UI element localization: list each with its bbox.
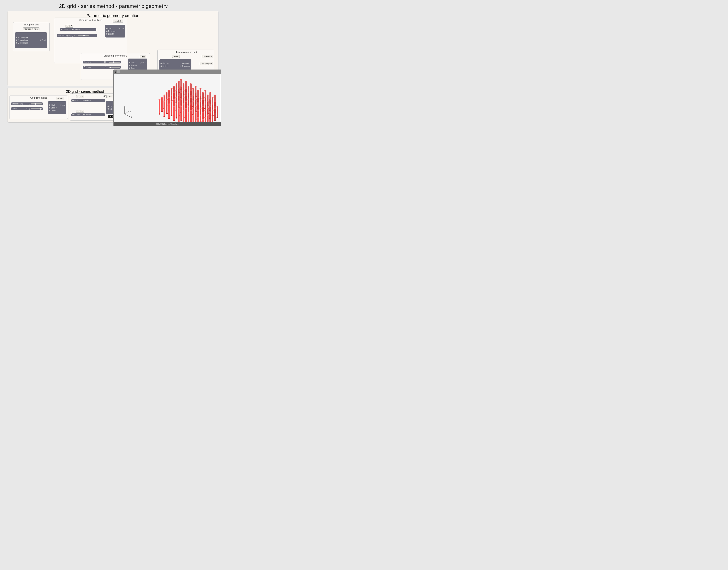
svg-point-50 [175, 83, 177, 84]
count-bar[interactable] [31, 108, 42, 109]
svg-point-2 [180, 79, 182, 80]
count-handle[interactable] [40, 108, 41, 109]
col-height-port [74, 35, 75, 36]
column-height-slider[interactable]: Column height [m] 4 [57, 34, 97, 37]
viewport-status: (600x300) Format32bppArgb [114, 122, 221, 126]
svg-point-11 [195, 86, 196, 87]
line-node[interactable]: Start ↗ Line Direction Length [105, 25, 125, 37]
svg-point-264 [168, 118, 170, 119]
viewport-c-label: c [115, 71, 116, 73]
factor-unit-vector-node-1[interactable]: Factor ↗ Unit vector [60, 28, 96, 31]
step-size-bar[interactable] [31, 103, 42, 104]
svg-text:x: x [131, 116, 132, 118]
svg-point-251 [200, 114, 201, 115]
svg-point-32 [187, 86, 189, 87]
svg-rect-133 [214, 108, 216, 120]
svg-point-197 [163, 94, 165, 96]
svg-text:z: z [125, 106, 126, 109]
svg-point-95 [202, 99, 204, 100]
radius-slider[interactable]: Radius [m] 0.5 ◇ [83, 61, 121, 63]
svg-point-140 [173, 92, 175, 93]
svg-point-83 [183, 90, 184, 91]
svg-point-29 [183, 83, 184, 84]
svg-point-281 [197, 117, 199, 118]
svg-point-224 [207, 114, 209, 115]
svg-point-104 [216, 106, 218, 107]
factor-unit-vector-x[interactable]: Factor ✕ Unit vector [71, 99, 105, 102]
svg-point-41 [202, 92, 204, 93]
svg-rect-235 [176, 104, 177, 118]
factor-unit-vector-y[interactable]: Factor ↑ Unit vector [71, 113, 105, 116]
svg-point-260 [163, 101, 165, 102]
svg-point-20 [209, 92, 211, 93]
z-coord-label: Z coordinate [18, 42, 28, 44]
series-node[interactable]: Start Series Step ≡ Count [48, 101, 66, 114]
point-node[interactable]: X coordinate Y coordinate ✦ Point Z coor… [15, 32, 47, 48]
unit-vector-x-text: Unit vector [82, 99, 91, 101]
svg-point-14 [200, 88, 201, 89]
radius-bar[interactable] [109, 62, 120, 63]
svg-point-35 [192, 88, 194, 89]
viewport-btn-1[interactable] [117, 70, 120, 73]
unit-vector-y-text: Unit vector [82, 114, 91, 116]
svg-point-122 [195, 99, 196, 100]
svg-point-221 [202, 112, 204, 113]
vertical-lines-title: Creating vertical lines [79, 19, 102, 21]
column-height-handle[interactable] [83, 35, 85, 36]
main-title: 2D grid - series method - parametric geo… [0, 0, 227, 11]
length-port [106, 33, 107, 35]
svg-point-105 [216, 117, 218, 118]
list-a-in-port [107, 105, 109, 107]
3d-visualization: z y x [114, 74, 221, 122]
svg-point-182 [190, 103, 192, 104]
svg-point-158 [202, 106, 204, 107]
svg-point-170 [170, 94, 172, 96]
svg-point-149 [187, 99, 189, 100]
move-node[interactable]: Geometry Geometry Motion 🖊 Transform [159, 59, 191, 70]
svg-point-155 [197, 103, 199, 104]
svg-point-185 [195, 106, 196, 107]
unit-y-label: Unit Y [76, 110, 84, 113]
curve-label: Curve [131, 62, 136, 64]
line-sdl-label: Line SDL [113, 20, 123, 22]
column-height-value: 4 [76, 35, 77, 37]
cap-style-handle[interactable] [110, 67, 111, 68]
svg-rect-265 [173, 106, 175, 121]
svg-point-152 [192, 101, 194, 102]
svg-rect-277 [192, 115, 194, 122]
cap-style-label: Cap style [84, 66, 91, 68]
column-height-bar[interactable] [78, 35, 89, 36]
list-b-in-port [107, 108, 109, 109]
svg-point-275 [187, 112, 189, 113]
svg-point-212 [187, 106, 189, 107]
svg-point-17 [204, 90, 206, 91]
geom-out-label: Geometry [182, 62, 190, 64]
line-icon: ↗ Line [119, 27, 124, 29]
start-label: Start [108, 27, 112, 29]
step-size-handle[interactable] [35, 103, 36, 105]
unit-z-label: Unit Z [65, 25, 73, 28]
svg-point-261 [163, 115, 165, 117]
step-size-slider[interactable]: Step size [m] ◇ 2 [11, 102, 43, 105]
svg-point-161 [207, 108, 209, 109]
svg-point-113 [180, 92, 182, 93]
svg-point-53 [180, 86, 182, 87]
viewport-titlebar: c [114, 70, 221, 74]
svg-point-245 [190, 110, 192, 111]
radius-handle[interactable] [113, 61, 114, 63]
count-slider[interactable]: Count 11 ◇ [11, 107, 43, 110]
count-port-node [49, 110, 50, 111]
cap-style-bar[interactable] [109, 67, 120, 68]
factor-unit-vector-label-1: Factor [63, 29, 68, 31]
svg-point-146 [183, 97, 184, 98]
svg-point-110 [175, 90, 177, 91]
svg-rect-229 [166, 99, 167, 113]
cap-style-slider[interactable]: Cap style 1 ◇ [83, 66, 121, 69]
svg-point-167 [166, 92, 168, 93]
transform-label: Transform [182, 65, 190, 67]
svg-point-38 [197, 90, 199, 91]
svg-point-284 [202, 119, 204, 120]
svg-point-227 [161, 97, 163, 98]
svg-point-77 [173, 86, 175, 87]
svg-point-179 [185, 101, 187, 102]
